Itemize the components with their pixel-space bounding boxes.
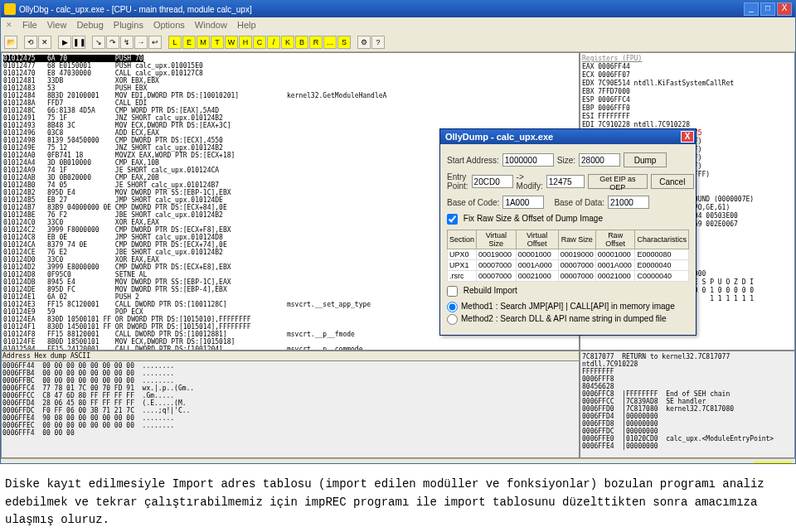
window-title: OllyDbg - calc_upx.exe - [CPU - main thr… xyxy=(19,5,252,14)
fix-raw-label: Fix Raw Size & Offset of Dump Image xyxy=(464,214,603,223)
table-cell: UPX0 xyxy=(448,249,477,260)
tool-B[interactable]: B xyxy=(295,36,308,49)
tool-T[interactable]: T xyxy=(211,36,224,49)
table-cell: 00007000 xyxy=(558,271,595,282)
lower-panes: Address Hex dump ASCII 0006FF44 00 00 00… xyxy=(1,351,795,458)
col-vsize: Virtual Size xyxy=(477,230,517,249)
table-cell: 00007000 xyxy=(477,271,517,282)
menu-file[interactable]: File xyxy=(22,20,37,30)
table-cell: 00019000 xyxy=(558,249,595,260)
tool-K[interactable]: K xyxy=(281,36,294,49)
tool-run-icon[interactable]: ▶ xyxy=(58,36,71,49)
tool-settings-icon[interactable]: ⚙ xyxy=(357,36,371,49)
table-cell: 00001000 xyxy=(595,249,635,260)
tool-S[interactable]: S xyxy=(337,36,351,49)
size-label: Size: xyxy=(557,156,575,165)
tool-open-icon[interactable]: 📂 xyxy=(4,36,17,49)
reg-eax: EAX 0006FF44 xyxy=(582,63,793,71)
dialog-titlebar: OllyDump - calc_upx.exe X xyxy=(440,129,696,144)
cancel-button[interactable]: Cancel xyxy=(651,174,694,189)
reg-esp: ESP 0006FFC4 xyxy=(582,96,793,104)
col-char: Charactaristics xyxy=(635,230,689,249)
fix-raw-checkbox[interactable] xyxy=(447,214,458,225)
table-cell: 0001A000 xyxy=(595,260,635,271)
reg-ebx: EBX 7FFD7000 xyxy=(582,88,793,96)
method2-radio[interactable] xyxy=(447,314,458,325)
tool-L[interactable]: L xyxy=(168,36,182,49)
menu-view[interactable]: View xyxy=(47,20,67,30)
reg-ebp: EBP 0006FFF0 xyxy=(582,104,793,113)
tool-M[interactable]: M xyxy=(197,36,210,49)
minimize-button[interactable]: _ xyxy=(744,2,759,16)
tool-slash[interactable]: / xyxy=(267,36,280,49)
table-cell: 00007000 xyxy=(477,260,517,271)
hex-dump-pane[interactable]: Address Hex dump ASCII 0006FF44 00 00 00… xyxy=(1,351,580,458)
status-bar: Paused xyxy=(1,458,795,464)
method2-label: Method2 : Search DLL & API name string i… xyxy=(461,314,667,323)
tool-dots[interactable]: ... xyxy=(323,36,337,49)
tool-H[interactable]: H xyxy=(239,36,252,49)
base-of-data-label: Base of Data: xyxy=(554,198,604,207)
modify-input[interactable] xyxy=(546,175,585,188)
reg-edx: EDX 7C90E514 ntdll.KiFastSystemCallRet xyxy=(582,80,793,88)
tool-R[interactable]: R xyxy=(309,36,323,49)
tool-restart-icon[interactable]: ⟲ xyxy=(24,36,37,49)
tool-pause-icon[interactable]: ❚❚ xyxy=(72,36,85,49)
sections-table[interactable]: Section Virtual Size Virtual Offset Raw … xyxy=(447,230,689,282)
table-cell: E0000040 xyxy=(635,260,689,271)
start-address-input[interactable] xyxy=(502,153,554,167)
hex-body: 0006FF44 00 00 00 00 00 00 00 00 .......… xyxy=(2,361,579,438)
tool-stepover-icon[interactable]: ↷ xyxy=(106,36,119,49)
menu-options[interactable]: Options xyxy=(153,20,185,30)
tool-trace-icon[interactable]: ↯ xyxy=(120,36,133,49)
tool-C[interactable]: C xyxy=(253,36,266,49)
table-cell: E0000080 xyxy=(635,249,689,260)
registers-title: Registers (FPU) xyxy=(582,55,793,63)
stack-pane[interactable]: 7C817077 RETURN to kernel32.7C817077 ntd… xyxy=(580,351,795,458)
table-row[interactable]: UPX000019000000010000001900000001000E000… xyxy=(448,249,689,260)
table-row[interactable]: .rsrc00007000000210000000700000021000C00… xyxy=(448,271,689,282)
maximize-button[interactable]: □ xyxy=(760,2,775,16)
tool-help-icon[interactable]: ? xyxy=(371,36,385,49)
stack-body: 7C817077 RETURN to kernel32.7C817077 ntd… xyxy=(582,353,793,450)
tool-E[interactable]: E xyxy=(182,36,196,49)
app-icon xyxy=(4,3,16,15)
tool-close-icon[interactable]: ✕ xyxy=(38,36,51,49)
table-cell: C0000040 xyxy=(635,271,689,282)
method1-label: Method1 : Search JMP[API] | CALL[API] in… xyxy=(461,302,675,311)
size-input[interactable] xyxy=(579,153,620,167)
col-rsize: Raw Size xyxy=(558,230,595,249)
table-row[interactable]: UPX1000070000001A000000070000001A000E000… xyxy=(448,260,689,271)
menubar: ✕ File View Debug Plugins Options Window… xyxy=(1,17,795,32)
tool-stepinto-icon[interactable]: ↘ xyxy=(92,36,105,49)
tool-till-icon[interactable]: → xyxy=(134,36,148,49)
rebuild-import-checkbox[interactable] xyxy=(447,286,458,297)
base-of-code-input[interactable] xyxy=(502,196,544,209)
menu-plugins[interactable]: Plugins xyxy=(114,20,143,30)
dump-button[interactable]: Dump xyxy=(624,152,667,167)
rebuild-import-label: Rebuild Import xyxy=(464,286,517,295)
tool-ret-icon[interactable]: ↩ xyxy=(148,36,162,49)
tool-W[interactable]: W xyxy=(225,36,238,49)
get-eip-button[interactable]: Get EIP as OEP xyxy=(588,174,648,189)
table-cell: 00007000 xyxy=(558,260,595,271)
titlebar: OllyDbg - calc_upx.exe - [CPU - main thr… xyxy=(1,1,795,17)
entry-point-input[interactable] xyxy=(472,175,513,188)
menu-window[interactable]: Window xyxy=(195,20,227,30)
dialog-close-button[interactable]: X xyxy=(681,131,694,143)
table-cell: 00001000 xyxy=(516,249,558,260)
menu-debug[interactable]: Debug xyxy=(76,20,103,30)
close-button[interactable]: X xyxy=(777,2,792,16)
table-cell: 00019000 xyxy=(477,249,517,260)
menu-help[interactable]: Help xyxy=(237,20,256,30)
method1-radio[interactable] xyxy=(447,302,458,312)
mdi-close-icon[interactable]: ✕ xyxy=(6,21,12,29)
table-cell: .rsrc xyxy=(448,271,477,282)
document-caption: Diske kayıt edilmesiyle Import adres tab… xyxy=(0,464,796,532)
start-address-label: Start Address: xyxy=(447,156,499,165)
reg-ecx: ECX 0006FF07 xyxy=(582,71,793,80)
col-voffset: Virtual Offset xyxy=(516,230,558,249)
disasm-current-line: 01012475 6A 70 PUSH 70 xyxy=(3,55,143,62)
base-of-data-input[interactable] xyxy=(608,196,649,209)
modify-label: -> Modify: xyxy=(517,172,543,191)
